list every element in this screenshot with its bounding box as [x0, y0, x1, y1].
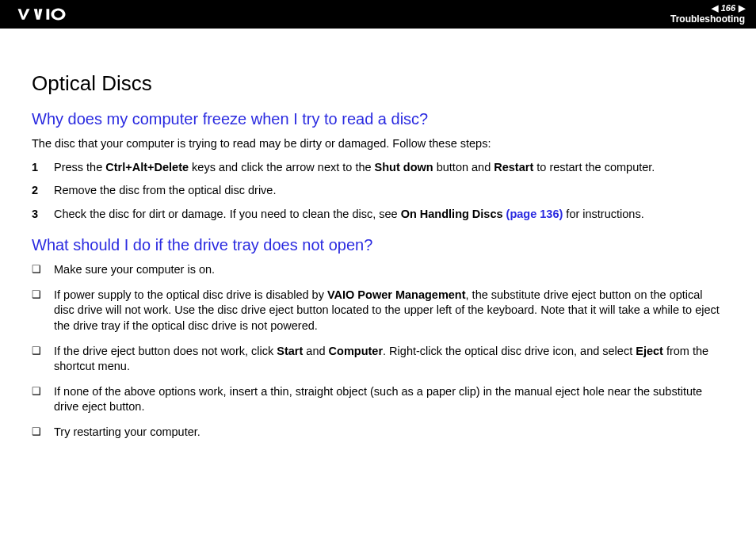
list-item: Make sure your computer is on.	[32, 262, 724, 278]
step-text: Check the disc for dirt or damage. If yo…	[54, 207, 724, 223]
prev-page-arrow[interactable]: ◀	[712, 3, 718, 13]
bullet-text: Try restarting your computer.	[54, 425, 724, 441]
bullet-list: Make sure your computer is on. If power …	[32, 262, 724, 440]
step-item: Check the disc for dirt or damage. If yo…	[32, 207, 724, 223]
bullet-text: If the drive eject button does not work,…	[54, 344, 724, 375]
list-item: If the drive eject button does not work,…	[32, 344, 724, 375]
checkbox-icon	[32, 384, 54, 415]
topic-title: Optical Discs	[32, 71, 724, 96]
next-page-arrow[interactable]: ▶	[739, 3, 745, 13]
step-text: Press the Ctrl+Alt+Delete keys and click…	[54, 160, 724, 176]
vaio-logo	[16, 7, 89, 21]
section-label: Troubleshooting	[670, 13, 745, 25]
list-item: If power supply to the optical disc driv…	[32, 288, 724, 334]
page-content: Optical Discs Why does my computer freez…	[0, 29, 756, 465]
step-item: Press the Ctrl+Alt+Delete keys and click…	[32, 160, 724, 176]
page-number: 166	[721, 3, 735, 13]
bullet-text: Make sure your computer is on.	[54, 262, 724, 278]
list-item: If none of the above options work, inser…	[32, 384, 724, 415]
svg-rect-0	[47, 9, 50, 20]
page-header: ◀ 166 ▶ Troubleshooting	[0, 0, 756, 29]
step-item: Remove the disc from the optical disc dr…	[32, 183, 724, 199]
checkbox-icon	[32, 425, 54, 441]
checkbox-icon	[32, 344, 54, 375]
page-reference-link[interactable]: (page 136)	[503, 208, 563, 220]
steps-list: Press the Ctrl+Alt+Delete keys and click…	[32, 160, 724, 223]
list-item: Try restarting your computer.	[32, 425, 724, 441]
page-navigation: ◀ 166 ▶	[712, 3, 745, 13]
header-right: ◀ 166 ▶ Troubleshooting	[670, 3, 745, 25]
bullet-text: If power supply to the optical disc driv…	[54, 288, 724, 334]
question-heading-1: Why does my computer freeze when I try t…	[32, 110, 724, 128]
question-heading-2: What should I do if the drive tray does …	[32, 236, 724, 254]
step-text: Remove the disc from the optical disc dr…	[54, 183, 724, 199]
intro-text-1: The disc that your computer is trying to…	[32, 136, 724, 152]
checkbox-icon	[32, 288, 54, 334]
checkbox-icon	[32, 262, 54, 278]
bullet-text: If none of the above options work, inser…	[54, 384, 724, 415]
